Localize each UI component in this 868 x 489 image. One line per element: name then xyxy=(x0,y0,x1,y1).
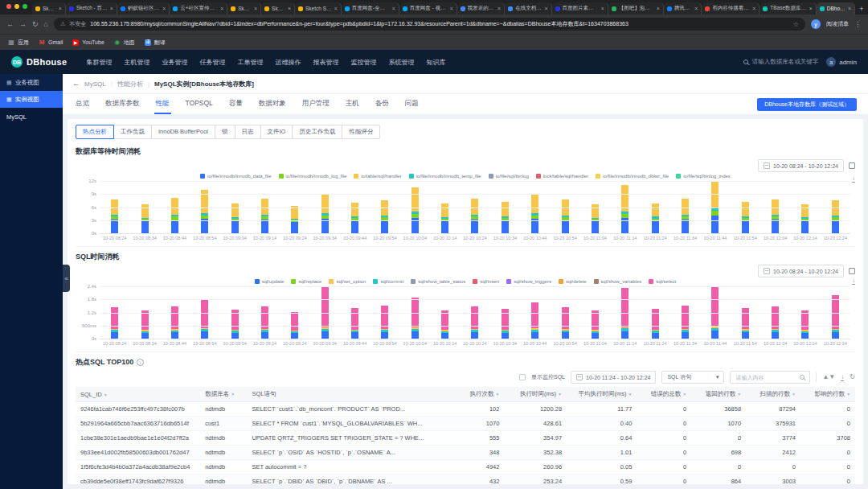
tab-数据对象[interactable]: 数据对象 xyxy=(251,94,294,114)
subtab-热点分析[interactable]: 热点分析 xyxy=(76,125,114,139)
browser-tab[interactable]: Sketch - 百度 1× xyxy=(66,2,117,14)
legend-item[interactable]: sql/show_table_status xyxy=(411,279,465,284)
browser-tab[interactable]: DBhouse× xyxy=(817,2,855,14)
subtab-工作负载[interactable]: 工作负载 xyxy=(113,125,152,139)
browser-tab[interactable]: Sketch Store× xyxy=(295,2,342,14)
tab-备份[interactable]: 备份 xyxy=(367,94,397,114)
tab-close-icon[interactable]: × xyxy=(254,6,257,11)
reading-list-button[interactable]: 阅读清单 xyxy=(826,20,849,28)
security-label[interactable]: 不安全 xyxy=(69,20,86,28)
browser-tab[interactable]: 百度图片素材产...× xyxy=(552,2,608,14)
tab-close-icon[interactable]: × xyxy=(601,6,604,11)
back-icon[interactable]: ← xyxy=(6,21,14,28)
export-icon[interactable]: ↓ xyxy=(841,374,844,381)
download-icon[interactable]: ↓ xyxy=(852,175,855,183)
column-header-执行时间(ms)[interactable]: 执行时间(ms)▼ xyxy=(504,387,567,402)
column-header-数据库名[interactable]: 数据库名▼ xyxy=(200,387,247,402)
app-logo[interactable]: DB DBhouse xyxy=(11,56,67,68)
url-text[interactable]: 106.55.236.175:8980/mysql/commonSingleAl… xyxy=(90,20,789,28)
breadcrumb-item[interactable]: 性能分析 xyxy=(117,80,143,88)
tab-close-icon[interactable]: × xyxy=(544,6,547,11)
nav-item-报表管理[interactable]: 报表管理 xyxy=(313,58,338,67)
legend-item[interactable]: sql/set_option xyxy=(329,279,366,284)
tab-close-icon[interactable]: × xyxy=(694,6,698,11)
browser-tab[interactable]: 【图吧】泡面吧 -× xyxy=(608,2,664,14)
tab-主机[interactable]: 主机 xyxy=(338,94,367,114)
subtab-历史工作负载[interactable]: 历史工作负载 xyxy=(292,125,342,139)
table-date-range-picker[interactable]: 10-20 11:24 - 10-20 12:24 xyxy=(571,371,656,384)
legend-item[interactable]: io/file/sql/binlog_index xyxy=(676,174,731,179)
legend-item[interactable]: io/file/innodb/innodb_temp_file xyxy=(409,174,481,179)
filter-input[interactable] xyxy=(735,375,792,380)
date-range-picker[interactable]: 10-20 08:24 - 10-20 12:24 xyxy=(758,159,844,172)
column-header-影响的行数[interactable]: 影响的行数▼ xyxy=(800,387,855,402)
subtab-锁[interactable]: 锁 xyxy=(215,125,235,139)
instance-button[interactable]: DBhouse本地存数库（测试区域） xyxy=(757,98,857,111)
legend-item[interactable]: io/file/innodb/innodb_log_file xyxy=(279,174,347,179)
sidebar-view-tab[interactable]: ▦实例视图 xyxy=(0,91,63,108)
tab-close-icon[interactable]: × xyxy=(220,6,223,11)
info-icon[interactable]: i xyxy=(137,359,144,366)
sql-statement-link[interactable]: SELECT * FROM `cust1`.`MYSQL_GLOBALVARIA… xyxy=(247,417,457,431)
tab-数据库参数[interactable]: 数据库参数 xyxy=(97,94,148,114)
new-tab-button[interactable]: + xyxy=(855,2,868,14)
tab-close-icon[interactable]: × xyxy=(497,6,501,11)
legend-item[interactable]: io/file/innodb/innodb_data_file xyxy=(200,174,271,179)
sort-icon[interactable]: ▼ xyxy=(737,392,741,397)
browser-tab[interactable]: TBase数据库培训× xyxy=(760,2,817,14)
bookmark-item[interactable]: ◉地图 xyxy=(114,39,135,47)
browser-tab[interactable]: 我发表的文档× xyxy=(457,2,505,14)
tab-close-icon[interactable]: × xyxy=(450,6,453,11)
column-header-SQL语句[interactable]: SQL语句 xyxy=(247,387,457,402)
reload-icon[interactable]: ↻ xyxy=(32,21,39,28)
nav-item-工单管理[interactable]: 工单管理 xyxy=(237,58,263,67)
tab-容量[interactable]: 容量 xyxy=(221,94,251,114)
column-header-返回的行数[interactable]: 返回的行数▼ xyxy=(691,387,746,402)
legend-item[interactable]: sql/update xyxy=(255,279,285,284)
sort-icon[interactable]: ▼ xyxy=(846,392,850,397)
tab-总览[interactable]: 总览 xyxy=(68,94,97,114)
sql-statement-link[interactable]: SELECT `p`.`OSID` AS `HOSTID`, `p`.`OSNA… xyxy=(247,446,457,460)
nav-item-运维操作[interactable]: 运维操作 xyxy=(275,58,301,67)
tab-close-icon[interactable]: × xyxy=(59,6,62,11)
legend-item[interactable]: sql/show_triggers xyxy=(506,279,551,284)
legend-item[interactable]: io/table/sql/handler xyxy=(354,174,401,179)
browser-tab[interactable]: 在线文档分...× xyxy=(505,2,551,14)
tab-问题[interactable]: 问题 xyxy=(397,94,427,114)
show-monitor-sql-checkbox[interactable] xyxy=(519,374,526,380)
sql-statement-link[interactable]: SELECT `p`.`DBID` AS `DBID`, `p`.`DBNAME… xyxy=(247,475,457,485)
browser-tab[interactable]: 有内容传播看求告...× xyxy=(702,2,760,14)
tab-close-icon[interactable]: × xyxy=(809,6,813,11)
nav-item-业务管理[interactable]: 业务管理 xyxy=(162,58,187,67)
sidebar-collapse-handle[interactable]: « xyxy=(63,265,70,292)
column-header-SQL_ID[interactable]: SQL_ID▼ xyxy=(76,387,200,402)
legend-item[interactable]: sql/commit xyxy=(373,279,403,284)
sql-statement-link[interactable]: UPDATE QRTZ_TRIGGERS SET TRIGGER_STATE =… xyxy=(247,431,457,446)
nav-item-系统管理[interactable]: 系统管理 xyxy=(388,58,414,67)
bookmark-star-icon[interactable]: ☆ xyxy=(793,21,799,28)
column-header-执行次数[interactable]: 执行次数▼ xyxy=(457,387,504,402)
legend-item[interactable]: io/file/innodb/innodb_dblwr_file xyxy=(596,174,669,179)
browser-menu-icon[interactable]: ⋮ xyxy=(854,21,862,28)
browser-tab[interactable]: 蚂蚁链社区平台× xyxy=(117,2,170,14)
tab-用户管理[interactable]: 用户管理 xyxy=(294,94,338,114)
nav-item-知识库[interactable]: 知识库 xyxy=(426,58,445,67)
legend-item[interactable]: sql/replace xyxy=(291,279,321,284)
column-header-平均执行时间(ms)[interactable]: 平均执行时间(ms)▼ xyxy=(567,387,637,402)
tab-close-icon[interactable]: × xyxy=(752,6,755,11)
tab-close-icon[interactable]: × xyxy=(288,6,291,11)
sort-icon[interactable]: ▼ xyxy=(231,392,235,397)
breadcrumb-item[interactable]: MySQL xyxy=(84,80,106,88)
column-header-扫描的行数[interactable]: 扫描的行数▼ xyxy=(746,387,800,402)
sql-statement-link[interactable]: SELECT `cust1`.`db_moncont`.`PRODUCT` AS… xyxy=(247,402,457,417)
tab-close-icon[interactable]: × xyxy=(657,6,660,11)
column-header-错误的总数[interactable]: 错误的总数▼ xyxy=(637,387,691,402)
close-window-icon[interactable] xyxy=(6,4,11,9)
browser-tab[interactable]: 云+社区宣传平台 -× xyxy=(170,2,227,14)
legend-item[interactable]: sql/delete xyxy=(559,279,587,284)
legend-item[interactable]: lock/table/sql/handler xyxy=(536,174,588,179)
sidebar-view-tab[interactable]: ▦业务视图 xyxy=(0,74,63,91)
download-icon[interactable]: ↓ xyxy=(852,277,855,285)
home-icon[interactable]: ⌂ xyxy=(44,21,48,28)
subtab-文件IO[interactable]: 文件IO xyxy=(260,125,293,139)
